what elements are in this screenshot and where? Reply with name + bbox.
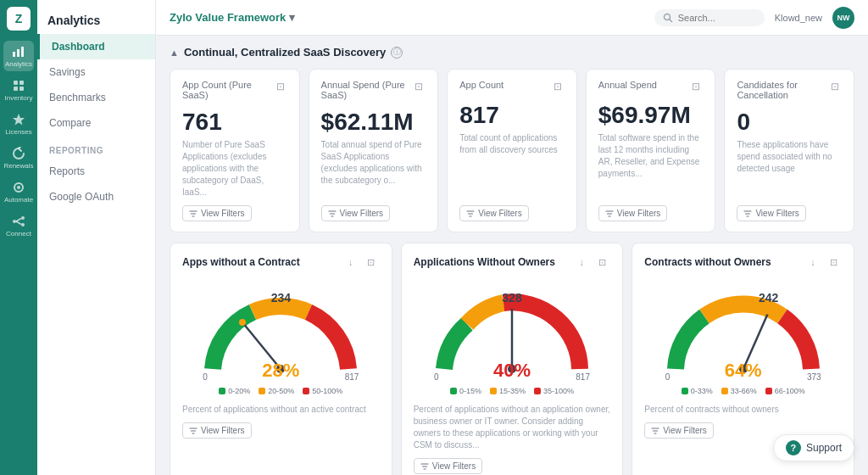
view-filters-button[interactable]: View Filters (182, 205, 252, 221)
svg-rect-4 (19, 81, 24, 85)
gauge-count: 328 (502, 291, 521, 305)
view-filters-button[interactable]: View Filters (182, 422, 252, 439)
gauge-percent: 40% (493, 360, 531, 382)
card-value: 0 (737, 109, 842, 136)
card-export-icon[interactable]: ⊡ (274, 80, 287, 93)
card-desc: Total annual spend of Pure SaaS Applicat… (321, 139, 426, 198)
svg-line-15 (669, 19, 671, 21)
sidebar-item-connect[interactable]: Connect (3, 210, 34, 241)
metric-card-annual-spend: Annual Spend ⊡ $69.97M Total software sp… (586, 69, 716, 232)
breadcrumb-dropdown-icon[interactable]: ▾ (289, 11, 295, 24)
filter-icon (466, 210, 475, 218)
sidebar-item-analytics[interactable]: Analytics (3, 41, 34, 71)
chart-card-header: Apps without a Contract ↓ ⊡ (182, 254, 380, 271)
legend-dot-green (450, 388, 457, 394)
svg-rect-3 (14, 81, 18, 85)
chart-card-apps-without-contract: Apps without a Contract ↓ ⊡ (170, 243, 392, 475)
chart-actions: ↓ ⊡ (573, 254, 610, 271)
card-export-icon[interactable]: ⊡ (828, 80, 842, 93)
gauge-max: 817 (576, 372, 590, 382)
chart-title: Contracts without Owners (644, 256, 771, 268)
gauge-cards-row: Apps without a Contract ↓ ⊡ (170, 243, 854, 475)
nav-item-reports[interactable]: Reports (37, 159, 155, 184)
view-filters-button[interactable]: View Filters (644, 422, 714, 439)
metric-card-annual-spend-pure-saas: Annual Spend (Pure SaaS) ⊡ $62.11M Total… (309, 69, 439, 232)
gauge-min: 0 (434, 372, 439, 382)
search-input[interactable] (678, 13, 746, 23)
svg-rect-0 (13, 52, 15, 57)
gauge-max: 373 (807, 372, 821, 382)
collapse-icon[interactable]: ▲ (170, 48, 179, 58)
legend-item: 15-35% (490, 387, 526, 395)
gauge-percent: 28% (262, 360, 299, 382)
filter-icon (605, 210, 614, 218)
nav-item-compare[interactable]: Compare (37, 110, 155, 136)
main-content: Zylo Value Framework ▾ Klowd_new NW ▲ Co… (156, 0, 868, 475)
svg-rect-2 (21, 47, 24, 57)
gauge-count: 242 (759, 291, 778, 305)
breadcrumb: Zylo Value Framework ▾ (170, 11, 295, 24)
legend-dot-yellow (721, 388, 728, 394)
export-icon[interactable]: ⊡ (363, 254, 380, 271)
nav-item-google-oauth[interactable]: Google OAuth (37, 184, 155, 210)
top-bar: Zylo Value Framework ▾ Klowd_new NW (156, 0, 868, 36)
card-header: App Count (Pure SaaS) ⊡ (182, 80, 287, 100)
card-title: App Count (459, 80, 551, 90)
card-title: App Count (Pure SaaS) (182, 80, 274, 100)
gauge-min: 0 (203, 372, 208, 382)
view-filters-button[interactable]: View Filters (414, 458, 483, 474)
search-icon (663, 13, 673, 23)
card-desc: Percent of contracts without owners (644, 404, 842, 416)
card-export-icon[interactable]: ⊡ (412, 80, 426, 93)
card-export-icon[interactable]: ⊡ (689, 80, 703, 93)
download-icon[interactable]: ↓ (342, 254, 359, 271)
svg-point-10 (21, 216, 25, 220)
nav-item-savings[interactable]: Savings (37, 59, 155, 85)
download-icon[interactable]: ↓ (804, 254, 821, 271)
sidebar-item-licenses[interactable]: Licenses (3, 109, 34, 139)
export-icon[interactable]: ⊡ (593, 254, 610, 271)
renewals-icon (12, 147, 25, 160)
nav-title: Analytics (37, 7, 155, 34)
card-desc: Total software spend in the last 12 mont… (598, 132, 704, 198)
view-filters-button[interactable]: View Filters (321, 205, 391, 221)
card-export-icon[interactable]: ⊡ (551, 80, 565, 93)
gauge-max: 817 (345, 372, 359, 382)
export-icon[interactable]: ⊡ (825, 254, 842, 271)
sidebar-item-renewals[interactable]: Renewals (3, 142, 34, 173)
legend-item: 50-100% (303, 387, 342, 395)
legend-dot-green (219, 388, 225, 394)
view-filters-button[interactable]: View Filters (737, 205, 806, 221)
search-box (654, 9, 765, 26)
gauge-legend: 0-20% 20-50% 50-100% (219, 387, 342, 395)
gauge-count: 234 (271, 291, 291, 305)
info-icon[interactable]: ⓘ (391, 47, 403, 59)
metric-card-app-count: App Count ⊡ 817 Total count of applicati… (447, 69, 577, 232)
view-filters-button[interactable]: View Filters (459, 205, 529, 221)
svg-point-18 (239, 319, 246, 326)
section-title: Continual, Centralized SaaS Discovery (184, 46, 386, 59)
support-button[interactable]: ? Support (773, 434, 854, 461)
legend-dot-yellow (259, 388, 265, 394)
chart-actions: ↓ ⊡ (342, 254, 380, 271)
inventory-icon (12, 79, 25, 92)
legend-dot-green (682, 388, 688, 394)
analytics-icon (12, 45, 25, 59)
chart-title: Apps without a Contract (182, 256, 300, 268)
nav-item-dashboard[interactable]: Dashboard (37, 34, 155, 59)
gauge-container: 328 40% 0 817 0-15% 15-35% 35-100% (414, 277, 611, 399)
section-header: ▲ Continual, Centralized SaaS Discovery … (170, 46, 854, 59)
chart-title: Applications Without Owners (414, 256, 555, 268)
view-filters-button[interactable]: View Filters (598, 205, 668, 221)
sidebar-item-automate[interactable]: Automate (3, 176, 34, 207)
breadcrumb-text: Zylo Value Framework (170, 11, 286, 24)
user-avatar: NW (832, 7, 854, 29)
nav-item-benchmarks[interactable]: Benchmarks (37, 85, 155, 110)
filter-icon (189, 427, 198, 435)
card-desc: Percent of applications without an appli… (414, 404, 611, 451)
download-icon[interactable]: ↓ (573, 254, 590, 271)
licenses-icon (12, 113, 25, 126)
card-desc: Percent of applications without an activ… (182, 404, 380, 416)
sidebar-item-inventory[interactable]: Inventory (3, 75, 34, 105)
gauge-legend: 0-33% 33-66% 66-100% (682, 387, 805, 395)
